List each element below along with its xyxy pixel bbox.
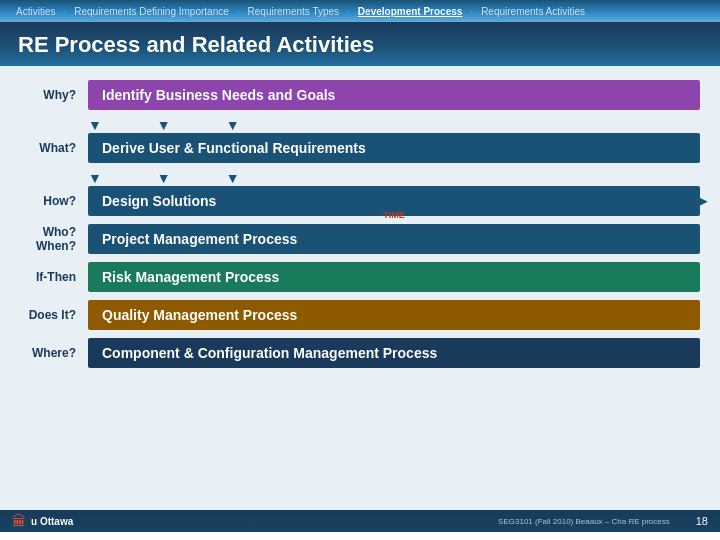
arrow-down-4: ▼ (88, 171, 102, 185)
bar-config-management: Component & Configuration Management Pro… (88, 338, 700, 368)
bar-derive-requirements: Derive User & Functional Requirements (88, 133, 700, 163)
arrow-down-3: ▼ (226, 118, 240, 132)
page-title: RE Process and Related Activities (18, 32, 702, 58)
nav-development-process[interactable]: Development Process (350, 6, 471, 17)
nav-activities[interactable]: Activities (8, 6, 63, 17)
label-does-it: Does It? (20, 308, 88, 322)
nav-requirements-defining[interactable]: Requirements Defining Importance (66, 6, 237, 17)
logo-text: u Ottawa (31, 516, 73, 527)
page-header: RE Process and Related Activities (0, 22, 720, 66)
label-where: Where? (20, 346, 88, 360)
process-row-risk: If-Then Risk Management Process (20, 262, 700, 292)
page-number: 18 (696, 515, 708, 527)
label-if-then: If-Then (20, 270, 88, 284)
label-what: What? (20, 141, 88, 155)
footer: 🏛 u Ottawa SEG3101 (Fall 2010) Beaaux – … (0, 510, 720, 532)
logo-area: 🏛 u Ottawa (12, 513, 73, 529)
arrow-down-5: ▼ (157, 171, 171, 185)
process-row-pm: Who? When? TIME Project Management Proce… (20, 224, 700, 254)
nav-requirements-activities[interactable]: Requirements Activities (473, 6, 593, 17)
arrow-down-2: ▼ (157, 118, 171, 132)
logo-icon: 🏛 (12, 513, 26, 529)
process-row-how: How? Design Solutions ► (20, 186, 700, 216)
bar-quality-management: Quality Management Process (88, 300, 700, 330)
arrow-down-1: ▼ (88, 118, 102, 132)
bar-identify-business: Identify Business Needs and Goals (88, 80, 700, 110)
top-navigation: Activities · Requirements Defining Impor… (0, 0, 720, 22)
process-row-what: What? Derive User & Functional Requireme… (20, 133, 700, 163)
course-info: SEG3101 (Fall 2010) Beaaux – Cha RE proc… (498, 517, 670, 526)
pm-wrapper: TIME Project Management Process (88, 224, 700, 254)
time-label: TIME (383, 210, 405, 220)
bar-risk-management: Risk Management Process (88, 262, 700, 292)
label-why: Why? (20, 88, 88, 102)
arrows-what-how: ▼ ▼ ▼ (88, 171, 700, 185)
label-how: How? (20, 194, 88, 208)
arrows-why-what: ▼ ▼ ▼ (88, 118, 700, 132)
main-content: Why? Identify Business Needs and Goals ▼… (0, 66, 720, 510)
bar-project-management: Project Management Process (88, 224, 700, 254)
arrow-down-6: ▼ (226, 171, 240, 185)
right-arrow-icon: ► (690, 186, 712, 216)
nav-requirements-types[interactable]: Requirements Types (240, 6, 348, 17)
process-row-quality: Does It? Quality Management Process (20, 300, 700, 330)
process-row-why: Why? Identify Business Needs and Goals (20, 80, 700, 110)
process-row-config: Where? Component & Configuration Managem… (20, 338, 700, 368)
label-who-when: Who? When? (20, 225, 88, 253)
